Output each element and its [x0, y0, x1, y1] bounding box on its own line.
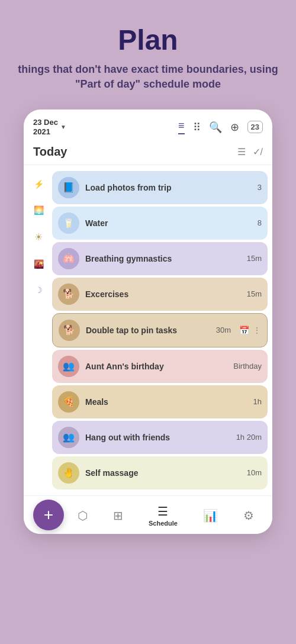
task-duration-excercises: 15m: [247, 289, 262, 298]
task-name-water: Water: [85, 218, 252, 228]
task-icon-meals: 🍕: [58, 391, 79, 413]
task-item-double-tap[interactable]: 🐕 Double tap to pin tasks 30m 📅 ⋮: [52, 313, 268, 347]
task-name-self-massage: Self massage: [85, 468, 241, 478]
page-title: Plan: [18, 24, 278, 56]
grid-view-icon[interactable]: ⠿: [193, 121, 201, 134]
top-bar: 23 Dec 2021 ▼ ≡ ⠿ 🔍 ⊕ 23: [24, 110, 272, 141]
task-icon-aunt-ann: 👥: [58, 356, 79, 377]
list-view-icon[interactable]: ≡: [178, 120, 185, 134]
task-extra-icons: 📅 ⋮: [239, 326, 261, 335]
task-item-self-massage[interactable]: 🤚 Self massage 10m: [52, 456, 268, 490]
task-item-load-photos[interactable]: 📘 Load photos from trip 3: [52, 171, 268, 204]
page-subtitle: things that don't have exact time bounda…: [18, 62, 278, 92]
task-name-meals: Meals: [85, 397, 247, 407]
top-icons: ≡ ⠿ 🔍 ⊕ 23: [178, 120, 263, 134]
nav-item-settings[interactable]: ⚙: [243, 508, 254, 523]
date-section[interactable]: 23 Dec 2021 ▼: [33, 118, 66, 136]
task-icon-load-photos: 📘: [58, 177, 79, 198]
task-item-aunt-ann[interactable]: 👥 Aunt Ann's birthday Birthday: [52, 350, 268, 383]
task-name-hangout: Hang out with friends: [85, 433, 230, 442]
nav-item-camera[interactable]: ⊞: [113, 508, 123, 523]
today-label: Today: [33, 145, 67, 159]
filter-icon[interactable]: ⊕: [230, 121, 239, 134]
left-sidebar: ⚡ 🌅 ☀ 🌇 ☽: [24, 165, 53, 495]
task-item-excercises[interactable]: 🐕 Excercises 15m: [52, 278, 268, 311]
task-name-load-photos: Load photos from trip: [85, 183, 252, 192]
date-line2: 2021: [33, 127, 58, 137]
task-icon-double-tap: 🐕: [59, 320, 80, 341]
task-icon-breathing: 🫁: [58, 248, 79, 269]
app-card: 23 Dec 2021 ▼ ≡ ⠿ 🔍 ⊕ 23 Today ☰ ✓/ ⚡ 🌅 …: [24, 110, 272, 533]
task-item-breathing[interactable]: 🫁 Breathing gymnastics 15m: [52, 242, 268, 275]
nav-item-chart[interactable]: 📊: [203, 508, 218, 523]
content-area: ⚡ 🌅 ☀ 🌇 ☽ 📘 Load photos from trip 3 🥛 Wa…: [24, 165, 272, 495]
task-icon-self-massage: 🤚: [58, 462, 79, 484]
menu-icon[interactable]: ☰: [237, 146, 246, 157]
schedule-label: Schedule: [149, 520, 178, 527]
chevron-down-icon[interactable]: ▼: [60, 124, 66, 130]
fab-button[interactable]: +: [33, 500, 64, 530]
today-icons: ☰ ✓/: [237, 146, 263, 157]
task-duration-self-massage: 10m: [247, 468, 262, 477]
task-duration-breathing: 15m: [247, 254, 262, 263]
date-line1: 23 Dec: [33, 118, 58, 127]
task-item-water[interactable]: 🥛 Water 8: [52, 207, 268, 240]
bottom-nav: + ⬡ ⊞ ☰ Schedule 📊 ⚙: [24, 495, 272, 534]
task-name-aunt-ann: Aunt Ann's birthday: [85, 362, 227, 371]
task-item-hangout[interactable]: 👥 Hang out with friends 1h 20m: [52, 421, 268, 454]
task-duration-hangout: 1h 20m: [236, 433, 262, 442]
task-item-meals[interactable]: 🍕 Meals 1h: [52, 385, 268, 418]
task-icon-hangout: 👥: [58, 427, 79, 448]
more-icon[interactable]: ⋮: [253, 326, 261, 335]
tasks-list: 📘 Load photos from trip 3 🥛 Water 8 🫁 Br…: [52, 165, 272, 495]
network-icon: ⬡: [78, 508, 88, 523]
search-icon[interactable]: 🔍: [209, 121, 222, 134]
task-name-double-tap: Double tap to pin tasks: [86, 326, 210, 335]
task-duration-aunt-ann: Birthday: [233, 362, 262, 371]
sidebar-moon-icon: ☽: [35, 285, 43, 295]
settings-icon: ⚙: [243, 508, 254, 523]
task-duration-water: 8: [258, 218, 262, 227]
sidebar-sunset-icon: 🌇: [34, 259, 44, 269]
checkmark-icon[interactable]: ✓/: [253, 146, 263, 157]
task-duration-double-tap: 30m: [216, 326, 231, 334]
calendar-task-icon: 📅: [239, 326, 249, 335]
task-name-excercises: Excercises: [85, 289, 241, 299]
sidebar-sunrise-icon: 🌅: [34, 205, 44, 215]
nav-item-network[interactable]: ⬡: [78, 508, 88, 523]
schedule-icon: ☰: [157, 504, 168, 519]
header-section: Plan things that don't have exact time b…: [0, 0, 296, 104]
camera-icon: ⊞: [113, 508, 123, 523]
nav-item-schedule[interactable]: ☰ Schedule: [149, 504, 178, 527]
chart-icon: 📊: [203, 508, 218, 523]
task-icon-excercises: 🐕: [58, 284, 79, 305]
task-duration-meals: 1h: [253, 397, 262, 406]
task-icon-water: 🥛: [58, 212, 79, 234]
sidebar-lightning-icon: ⚡: [34, 179, 44, 189]
sidebar-sun-icon: ☀: [34, 231, 43, 243]
task-duration-load-photos: 3: [258, 183, 262, 192]
task-name-breathing: Breathing gymnastics: [85, 254, 241, 263]
calendar-icon[interactable]: 23: [247, 121, 263, 133]
today-bar: Today ☰ ✓/: [24, 141, 272, 165]
